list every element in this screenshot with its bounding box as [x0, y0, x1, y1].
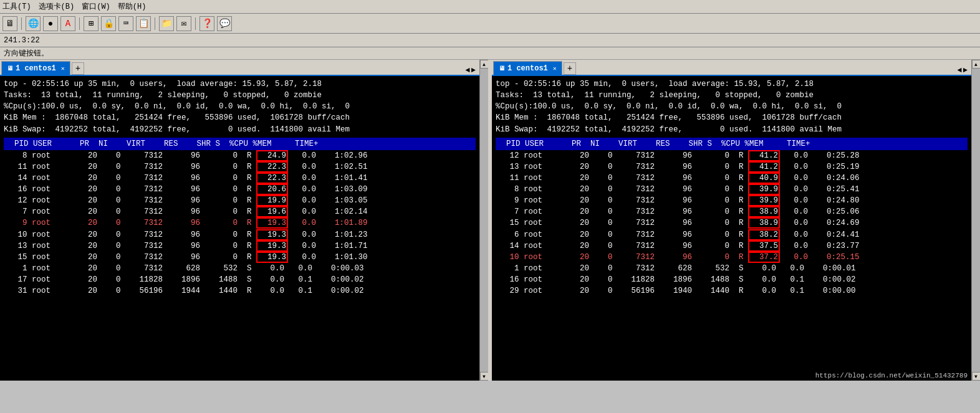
cpu-value: 19.3 — [256, 217, 288, 229]
right-scroll-up[interactable]: ▲ — [972, 60, 981, 69]
cpu-value: 41.2 — [748, 150, 780, 161]
cpu-value: 41.2 — [748, 161, 780, 173]
header-line-3: KiB Mem : 1867048 total, 251424 free, 55… — [496, 112, 968, 123]
right-tab-next[interactable]: ► — [963, 66, 968, 75]
toolbar-btn8[interactable]: 📁 — [159, 16, 174, 31]
toolbar-sep-3 — [155, 17, 155, 30]
table-row: 14 root 20 0 7312 96 0 R 37.5 0.0 0:23.7… — [496, 240, 968, 252]
toolbar-chat-btn[interactable]: 💬 — [217, 16, 232, 31]
title-bar: 工具(T) 选项卡(B) 窗口(W) 帮助(H) — [0, 0, 980, 14]
left-scroll-down[interactable]: ▼ — [480, 372, 489, 381]
cpu-value: 20.6 — [256, 184, 288, 195]
left-tab-prev[interactable]: ◄ — [466, 66, 470, 75]
right-tab-1-close[interactable]: ✕ — [553, 65, 557, 72]
left-tab-1-close[interactable]: ✕ — [61, 65, 65, 72]
table-row: 29 root 20 0 56196 1940 1440 R 0.0 0.1 0… — [496, 285, 968, 297]
left-tab-next[interactable]: ► — [471, 66, 476, 75]
toolbar-btn9[interactable]: ✉ — [176, 16, 191, 31]
table-row: 10 root 20 0 7312 96 0 R 19.3 0.0 1:01.2… — [4, 229, 476, 240]
toolbar-btn4[interactable]: ⊞ — [84, 16, 98, 31]
cpu-value: 19.3 — [256, 240, 288, 252]
left-tab-1[interactable]: 🖥 1 centos1 ✕ — [1, 61, 70, 75]
cpu-value: 38.2 — [748, 229, 780, 240]
right-tab-prev[interactable]: ◄ — [958, 66, 962, 75]
hint-text: 方向键按钮。 — [4, 48, 49, 59]
toolbar-sep-1 — [21, 17, 22, 30]
left-tab-add[interactable]: + — [72, 62, 84, 75]
toolbar-sep-2 — [79, 17, 80, 30]
table-row: 17 root 20 0 11828 1896 1488 S 0.0 0.1 0… — [4, 274, 476, 285]
menu-tabs[interactable]: 选项卡(B) — [39, 1, 75, 12]
table-row: 11 root 20 0 7312 96 0 R 40.9 0.0 0:24.0… — [496, 173, 968, 184]
table-row: 13 root 20 0 7312 96 0 R 19.3 0.0 1:01.7… — [4, 240, 476, 252]
table-row: 12 root 20 0 7312 96 0 R 41.2 0.0 0:25.2… — [496, 150, 968, 161]
table-row: 1 root 20 0 7312 628 532 S 0.0 0.0 0:00.… — [496, 263, 968, 274]
right-tabs-row: 🖥 1 centos1 ✕ + ◄ ► — [492, 60, 971, 76]
menu-tools[interactable]: 工具(T) — [2, 1, 31, 12]
toolbar-btn7[interactable]: 📋 — [136, 16, 151, 31]
table-row: 16 root 20 0 11828 1896 1488 S 0.0 0.1 0… — [496, 274, 968, 285]
cpu-value: 22.3 — [256, 161, 288, 173]
left-tab-nav: ◄ ► — [466, 66, 478, 75]
address-label: 241.3:22 — [4, 36, 40, 45]
toolbar-btn2[interactable]: ● — [43, 16, 58, 31]
cpu-value: 19.3 — [256, 252, 288, 263]
header-line-0: top - 02:55:16 up 35 min, 0 users, load … — [496, 78, 968, 90]
table-row: 9 root 20 0 7312 96 0 R 39.9 0.0 0:24.80 — [496, 195, 968, 206]
cpu-value: 22.3 — [256, 173, 288, 184]
table-row: 15 root 20 0 7312 96 0 R 38.9 0.0 0:24.6… — [496, 217, 968, 229]
right-tab-add[interactable]: + — [564, 62, 576, 75]
table-row: 10 root 20 0 7312 96 0 R 37.2 0.0 0:25.1… — [496, 252, 968, 263]
left-tab-1-label: 1 centos1 — [16, 64, 56, 73]
toolbar-new-btn[interactable]: 🖥 — [2, 16, 17, 31]
address-bar: 241.3:22 — [0, 34, 980, 47]
table-row: 8 root 20 0 7312 96 0 R 39.9 0.0 0:25.41 — [496, 184, 968, 195]
table-row: 13 root 20 0 7312 96 0 R 41.2 0.0 0:25.1… — [496, 161, 968, 173]
toolbar-help-btn[interactable]: ❓ — [199, 16, 214, 31]
header-line-1: Tasks: 13 total, 11 running, 2 sleeping,… — [496, 90, 968, 101]
cpu-value: 37.5 — [748, 240, 780, 252]
toolbar-btn6[interactable]: ⌨ — [118, 16, 133, 31]
header-line-3: KiB Mem : 1867048 total, 251424 free, 55… — [4, 112, 476, 123]
right-scrollbar[interactable]: ▲ ▼ — [971, 60, 980, 381]
toolbar-btn3[interactable]: A — [60, 16, 75, 31]
table-row: 12 root 20 0 7312 96 0 R 19.9 0.0 1:03.0… — [4, 195, 476, 206]
header-line-2: %Cpu(s):100.0 us, 0.0 sy, 0.0 ni, 0.0 id… — [496, 101, 968, 112]
left-scroll-track[interactable] — [480, 69, 489, 372]
cpu-value: 24.9 — [256, 150, 288, 161]
table-row: 11 root 20 0 7312 96 0 R 22.3 0.0 1:02.5… — [4, 161, 476, 173]
hint-bar: 方向键按钮。 — [0, 47, 980, 60]
header-line-0: top - 02:55:16 up 35 min, 0 users, load … — [4, 78, 476, 90]
cpu-value: 39.9 — [748, 184, 780, 195]
table-row: 1 root 20 0 7312 628 532 S 0.0 0.0 0:00.… — [4, 263, 476, 274]
header-line-4: KiB Swap: 4192252 total, 4192252 free, 0… — [4, 124, 476, 135]
right-scroll-down[interactable]: ▼ — [972, 372, 981, 381]
left-terminal[interactable]: top - 02:55:16 up 35 min, 0 users, load … — [0, 76, 479, 381]
table-row: 31 root 20 0 56196 1944 1440 R 0.0 0.1 0… — [4, 285, 476, 297]
left-scroll-up[interactable]: ▲ — [480, 60, 489, 69]
right-tab-1-label: 1 centos1 — [507, 64, 548, 73]
cpu-value: 38.9 — [748, 206, 780, 217]
table-row: 7 root 20 0 7312 96 0 R 19.6 0.0 1:02.14 — [4, 206, 476, 217]
toolbar-btn5[interactable]: 🔒 — [101, 16, 116, 31]
cpu-value: 38.9 — [748, 217, 780, 229]
table-row: 16 root 20 0 7312 96 0 R 20.6 0.0 1:03.0… — [4, 184, 476, 195]
toolbar-connect-btn[interactable]: 🌐 — [26, 16, 41, 31]
cpu-value: 37.2 — [748, 252, 780, 263]
header-line-1: Tasks: 13 total, 11 running, 2 sleeping,… — [4, 90, 476, 101]
left-scrollbar[interactable]: ▲ ▼ — [479, 60, 488, 381]
table-row: 15 root 20 0 7312 96 0 R 19.3 0.0 1:01.3… — [4, 252, 476, 263]
right-terminal[interactable]: https://blog.csdn.net/weixin_51432789 to… — [492, 76, 971, 381]
right-tab-1[interactable]: 🖥 1 centos1 ✕ — [493, 61, 562, 75]
menu-bar[interactable]: 工具(T) 选项卡(B) 窗口(W) 帮助(H) — [2, 1, 146, 12]
table-row: 8 root 20 0 7312 96 0 R 24.9 0.0 1:02.96 — [4, 150, 476, 161]
right-tab-nav: ◄ ► — [958, 66, 970, 75]
menu-window[interactable]: 窗口(W) — [82, 1, 110, 12]
menu-help[interactable]: 帮助(H) — [118, 1, 147, 12]
cpu-value: 40.9 — [748, 173, 780, 184]
right-scroll-track[interactable] — [972, 69, 981, 372]
table-header: PID USER PR NI VIRT RES SHR S %CPU %MEM … — [496, 138, 968, 150]
table-row: 9 root 20 0 7312 96 0 R 19.3 0.0 1:01.89 — [4, 217, 476, 229]
table-row: 14 root 20 0 7312 96 0 R 22.3 0.0 1:01.4… — [4, 173, 476, 184]
header-line-2: %Cpu(s):100.0 us, 0.0 sy, 0.0 ni, 0.0 id… — [4, 101, 476, 112]
